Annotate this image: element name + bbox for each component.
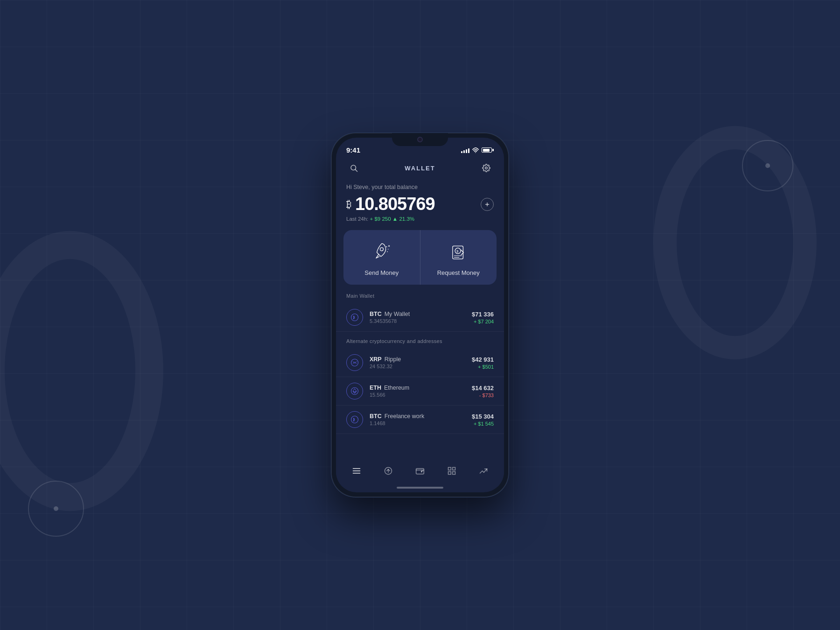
alt-wallets-label: Alternate cryptocurrency and addresses <box>336 338 504 349</box>
request-money-icon: $ <box>446 240 470 265</box>
wallet-info-btc-freelance: BTC Freelance work 1.1468 <box>370 413 465 426</box>
coin-name-btc-freelance: Freelance work <box>385 413 424 420</box>
btc-freelance-icon: ₿ <box>346 411 363 428</box>
svg-text:₿: ₿ <box>353 315 355 320</box>
wallet-value-btc-freelance: $15 304 + $1 545 <box>472 413 494 427</box>
coin-name-btc-main: My Wallet <box>385 311 410 317</box>
coin-name-eth: Ethereum <box>384 385 409 391</box>
wallet-item-eth[interactable]: ETH Ethereum 15.566 $14 632 - $733 <box>336 377 504 406</box>
coin-name-xrp: Ripple <box>385 356 401 363</box>
value-usd-btc-freelance: $15 304 <box>472 413 494 420</box>
signal-bar-1 <box>461 151 462 153</box>
home-indicator <box>397 487 443 489</box>
greeting-text: Hi Steve, your total balance <box>346 184 494 190</box>
signal-bar-3 <box>466 149 467 153</box>
wallet-info-xrp: XRP Ripple 24 532.32 <box>370 356 465 369</box>
notch-camera <box>417 137 423 142</box>
add-balance-button[interactable] <box>481 198 494 211</box>
request-money-label: Request Money <box>437 269 480 276</box>
value-usd-xrp: $42 931 <box>472 356 494 363</box>
value-change-btc-main: + $7 204 <box>472 319 494 324</box>
wifi-icon <box>472 147 479 153</box>
signal-icon <box>461 147 469 153</box>
value-change-btc-freelance: + $1 545 <box>472 421 494 427</box>
svg-line-2 <box>355 169 357 171</box>
send-money-button[interactable]: Send Money <box>343 230 420 285</box>
wallet-icon <box>415 466 425 476</box>
xrp-icon <box>346 354 363 371</box>
bg-circle-left <box>28 481 84 537</box>
wallet-info-btc-main: BTC My Wallet 5.34535678 <box>370 311 465 324</box>
coin-ticker-xrp: XRP <box>370 356 382 363</box>
main-wallet-label: Main Wallet <box>336 293 504 303</box>
nav-wallet-button[interactable] <box>410 462 430 479</box>
value-change-eth: - $733 <box>472 392 494 398</box>
btc-symbol: ₿ <box>346 198 351 210</box>
svg-text:$: $ <box>456 249 459 253</box>
svg-point-3 <box>485 167 488 169</box>
nav-list-button[interactable] <box>346 462 367 479</box>
wallet-item-btc-main[interactable]: ₿ BTC My Wallet 5.34535678 $71 336 + $7 … <box>336 303 504 332</box>
svg-point-7 <box>386 246 387 247</box>
chart-icon <box>479 466 488 476</box>
send-money-label: Send Money <box>364 269 399 276</box>
bg-wave-left <box>0 231 163 511</box>
coin-ticker-btc-freelance: BTC <box>370 413 382 420</box>
svg-point-21 <box>351 416 358 423</box>
wallet-item-btc-freelance[interactable]: ₿ BTC Freelance work 1.1468 $15 304 + $1… <box>336 406 504 434</box>
list-icon <box>352 466 361 476</box>
nav-send-button[interactable] <box>378 462 399 479</box>
coin-amount-xrp: 24 532.32 <box>370 364 465 369</box>
last24h-label: Last 24h: <box>346 216 368 222</box>
nav-chart-button[interactable] <box>473 462 494 479</box>
value-usd-eth: $14 632 <box>472 385 494 392</box>
phone-device: 9:41 <box>331 133 509 497</box>
svg-point-17 <box>351 314 358 321</box>
wallet-info-eth: ETH Ethereum 15.566 <box>370 385 465 398</box>
value-usd-btc-main: $71 336 <box>472 311 494 318</box>
balance-section: Hi Steve, your total balance ₿ 10.805769… <box>336 182 504 230</box>
wallet-value-btc-main: $71 336 + $7 204 <box>472 311 494 324</box>
coin-ticker-eth: ETH <box>370 385 381 391</box>
signal-bar-4 <box>468 148 469 153</box>
status-time: 9:41 <box>346 146 360 154</box>
svg-point-0 <box>475 152 476 153</box>
btc-icon: ₿ <box>346 309 363 326</box>
nav-grid-button[interactable] <box>441 462 462 479</box>
svg-rect-28 <box>416 469 424 474</box>
upload-icon <box>384 466 393 476</box>
svg-point-29 <box>421 471 422 472</box>
balance-change: Last 24h: + $9 250 ▲ 21.3% <box>346 216 494 222</box>
svg-rect-31 <box>453 468 455 470</box>
bottom-nav <box>336 457 504 487</box>
wallet-item-xrp[interactable]: XRP Ripple 24 532.32 $42 931 + $501 <box>336 349 504 377</box>
page-title: WALLET <box>405 165 435 172</box>
search-button[interactable] <box>346 161 361 175</box>
balance-number: 10.805769 <box>355 194 435 214</box>
balance-row: ₿ 10.805769 <box>346 194 494 214</box>
settings-button[interactable] <box>479 161 494 175</box>
svg-text:₿: ₿ <box>353 418 355 422</box>
svg-point-9 <box>387 251 388 252</box>
svg-rect-30 <box>448 468 451 470</box>
battery-icon <box>482 147 494 153</box>
top-nav: WALLET <box>336 158 504 180</box>
bg-circle-right <box>742 140 793 191</box>
value-change-xrp: + $501 <box>472 364 494 370</box>
request-money-button[interactable]: $ Request Money <box>420 230 497 285</box>
svg-point-6 <box>380 248 383 251</box>
wallet-value-xrp: $42 931 + $501 <box>472 356 494 370</box>
svg-rect-32 <box>448 472 451 475</box>
gear-icon <box>482 164 490 172</box>
balance-amount: ₿ 10.805769 <box>346 194 435 214</box>
grid-icon <box>447 466 456 476</box>
coin-amount-btc-main: 5.34535678 <box>370 318 465 324</box>
send-money-icon <box>370 240 394 265</box>
action-card: Send Money $ <box>343 230 497 285</box>
change-amount: + $9 250 <box>370 216 391 222</box>
coin-amount-btc-freelance: 1.1468 <box>370 420 465 426</box>
change-percent: ▲ 21.3% <box>392 216 414 222</box>
svg-point-8 <box>388 249 389 250</box>
wallet-value-eth: $14 632 - $733 <box>472 385 494 398</box>
svg-point-19 <box>351 359 358 366</box>
